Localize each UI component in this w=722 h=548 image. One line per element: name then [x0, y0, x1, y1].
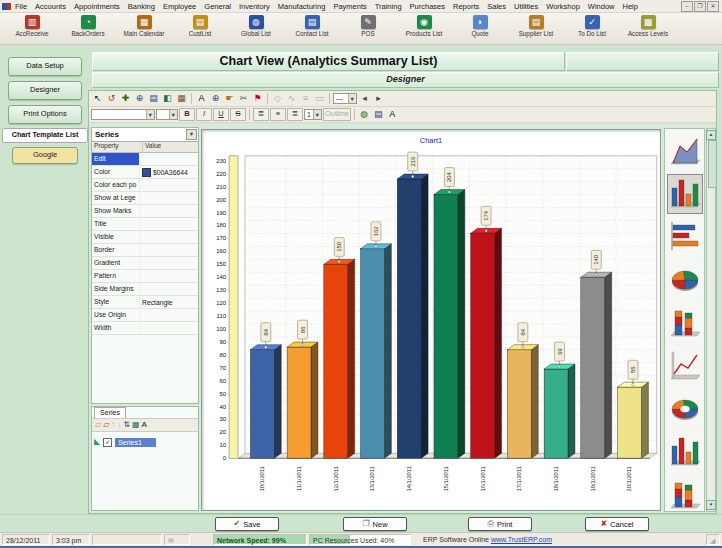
- chevron-down-icon[interactable]: ▼: [348, 94, 356, 103]
- gallery-icon[interactable]: ▦: [175, 92, 188, 105]
- chevron-down-icon[interactable]: ▼: [169, 110, 177, 119]
- sort-series-icon[interactable]: ⇅: [123, 419, 130, 431]
- scroll-up-icon[interactable]: ▲: [706, 130, 716, 140]
- print-button[interactable]: ⎙Print: [468, 517, 532, 531]
- series-list-item[interactable]: ◣ ✓ Series1: [94, 436, 156, 448]
- series-visible-checkbox[interactable]: ✓: [103, 438, 112, 447]
- menu-utilities[interactable]: Utilities: [510, 2, 542, 11]
- new-button[interactable]: ❐New: [343, 517, 407, 531]
- resize-grip[interactable]: ◢: [706, 534, 720, 545]
- menu-payments[interactable]: Payments: [329, 2, 370, 11]
- trusterp-link[interactable]: www.TrustERP.com: [491, 536, 552, 543]
- menu-inventory[interactable]: Inventory: [235, 2, 274, 11]
- property-row-color-each-po[interactable]: Color each po: [92, 179, 198, 192]
- line-style-combo[interactable]: —▼: [333, 93, 357, 104]
- gallery-item-3d-bar-chart[interactable]: [667, 174, 703, 214]
- property-row-edit[interactable]: Edit: [92, 153, 198, 166]
- bar-12/1/2011[interactable]: 15012/1/2011: [324, 237, 355, 491]
- google-template-button[interactable]: Google: [12, 147, 78, 164]
- align-right-button[interactable]: ≣: [287, 108, 303, 121]
- cut-icon[interactable]: ✂: [237, 92, 250, 105]
- property-row-color[interactable]: Color$00A36644: [92, 166, 198, 179]
- strike-button[interactable]: S: [230, 108, 246, 121]
- property-row-style[interactable]: StyleRectangle: [92, 296, 198, 309]
- zoom-in-icon[interactable]: ⊕: [209, 92, 222, 105]
- toolbar-item-global-list[interactable]: ◍Global List: [228, 15, 284, 44]
- save-template-icon[interactable]: ▱: [103, 419, 109, 431]
- change-type-icon[interactable]: ▦: [132, 419, 140, 431]
- bar-10/1/2011[interactable]: 8410/1/2011: [250, 323, 281, 492]
- bold-button[interactable]: B: [179, 108, 195, 121]
- property-row-use-origin[interactable]: Use Origin: [92, 309, 198, 322]
- bar-11/1/2011[interactable]: 8611/1/2011: [287, 320, 318, 491]
- rename-series-icon[interactable]: A: [142, 419, 147, 431]
- property-row-gradient[interactable]: Gradient: [92, 257, 198, 270]
- rotate-view-icon[interactable]: ↺: [105, 92, 118, 105]
- bar-15/1/2011[interactable]: 20415/1/2011: [434, 168, 465, 492]
- toolbar-item-supplier-list[interactable]: ▤Supplier List: [508, 15, 564, 44]
- chart-canvas[interactable]: Chart10102030405060708090100110120130140…: [201, 129, 661, 511]
- menu-sales[interactable]: Sales: [483, 2, 510, 11]
- font-color-icon[interactable]: A: [386, 108, 399, 121]
- scroll-down-icon[interactable]: ▼: [706, 500, 716, 510]
- align-left-button[interactable]: ≣: [253, 108, 269, 121]
- print-options-button[interactable]: Print Options: [8, 105, 82, 124]
- menu-general[interactable]: General: [200, 2, 235, 11]
- nudge-right-icon[interactable]: ▸: [372, 92, 385, 105]
- bar-13/1/2011[interactable]: 16213/1/2011: [361, 222, 392, 491]
- align-center-button[interactable]: ≡: [270, 108, 286, 121]
- move-icon[interactable]: ✚: [119, 92, 132, 105]
- gallery-item-3d-donut-chart[interactable]: [667, 389, 703, 429]
- menu-window[interactable]: Window: [584, 2, 619, 11]
- nudge-left-icon[interactable]: ◂: [358, 92, 371, 105]
- chart-3d-icon[interactable]: ◧: [161, 92, 174, 105]
- toolbar-item-contact-list[interactable]: ▤Contact List: [284, 15, 340, 44]
- menu-workshop[interactable]: Workshop: [542, 2, 584, 11]
- legend-icon[interactable]: ▤: [372, 108, 385, 121]
- gallery-item-3d-column-chart[interactable]: [667, 432, 703, 472]
- gallery-item-3d-area-chart[interactable]: [667, 131, 703, 171]
- close-button[interactable]: ✕: [707, 1, 719, 12]
- export-icon[interactable]: ⚑: [251, 92, 264, 105]
- pan-hand-icon[interactable]: ☛: [223, 92, 236, 105]
- toolbar-item-custlist[interactable]: ▤CustList: [172, 15, 228, 44]
- select-pointer-icon[interactable]: ↖: [91, 92, 104, 105]
- zoom-icon[interactable]: ⊕: [133, 92, 146, 105]
- gallery-item-3d-pie-chart[interactable]: [667, 260, 703, 300]
- bar-19/1/2011[interactable]: 14019/1/2011: [581, 250, 612, 491]
- gallery-item-3d-horizontal-bar-chart[interactable]: [667, 217, 703, 257]
- property-row-width[interactable]: Width: [92, 322, 198, 335]
- menu-reports[interactable]: Reports: [449, 2, 483, 11]
- cancel-button[interactable]: ✘Cancel: [585, 517, 649, 531]
- menu-purchases[interactable]: Purchases: [406, 2, 449, 11]
- italic-button[interactable]: I: [196, 108, 212, 121]
- designer-button[interactable]: Designer: [8, 81, 82, 100]
- toolbar-item-backorders[interactable]: ◔BackOrders: [60, 15, 116, 44]
- property-row-title[interactable]: Title: [92, 218, 198, 231]
- save-button[interactable]: ✔Save: [215, 517, 279, 531]
- property-row-show-at-lege[interactable]: Show at Lege: [92, 192, 198, 205]
- minimize-button[interactable]: –: [681, 1, 693, 12]
- bar-14/1/2011[interactable]: 21614/1/2011: [397, 152, 428, 491]
- scrollbar-thumb[interactable]: [708, 140, 717, 188]
- series-name-label[interactable]: Series1: [115, 438, 156, 447]
- menu-help[interactable]: Help: [619, 2, 642, 11]
- chevron-down-icon[interactable]: ▼: [186, 129, 197, 140]
- chevron-down-icon[interactable]: ▼: [146, 110, 154, 119]
- toolbar-item-products-list[interactable]: ◉Products List: [396, 15, 452, 44]
- gallery-item-3d-stacked-bar-chart[interactable]: [667, 303, 703, 343]
- depth-spinner[interactable]: 1▼: [304, 109, 322, 120]
- globe-icon[interactable]: ◍: [358, 108, 371, 121]
- toolbar-item-access-levels[interactable]: ▩Access Levels: [620, 15, 676, 44]
- menu-file[interactable]: File: [11, 2, 31, 11]
- menu-banking[interactable]: Banking: [124, 2, 159, 11]
- property-row-show-marks[interactable]: Show Marks: [92, 205, 198, 218]
- property-row-border[interactable]: Border: [92, 244, 198, 257]
- property-row-visible[interactable]: Visible: [92, 231, 198, 244]
- restore-button[interactable]: ❐: [694, 1, 706, 12]
- menu-training[interactable]: Training: [371, 2, 406, 11]
- bar-17/1/2011[interactable]: 8417/1/2011: [507, 323, 538, 492]
- font-family-combo[interactable]: ▼: [91, 109, 155, 120]
- series-selector[interactable]: Series ▼: [92, 128, 198, 142]
- underline-button[interactable]: U: [213, 108, 229, 121]
